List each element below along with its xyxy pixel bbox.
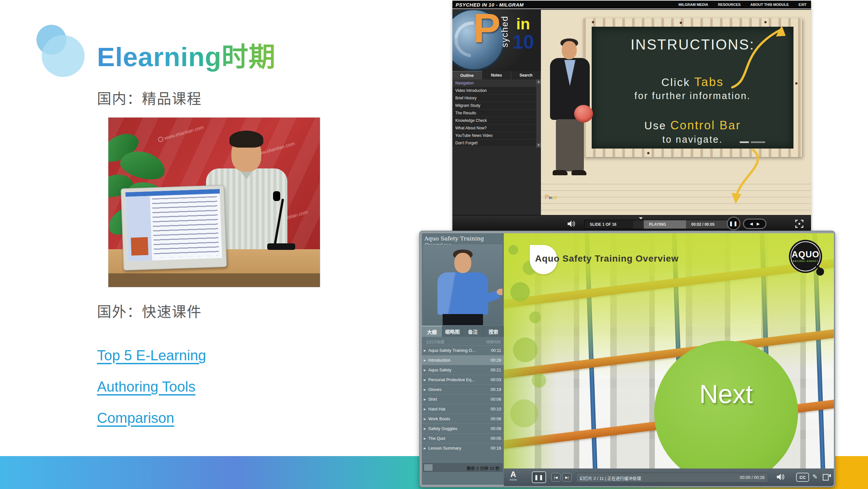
tab-notes-cn[interactable]: 备注 <box>463 326 483 337</box>
lecture-photo: www.etiantian.com www.etiantian.com www.… <box>108 117 320 287</box>
board-line-use-control-bar: Use Control Bar <box>592 119 794 132</box>
section-foreign-label: 国外：快速课件 <box>97 300 202 321</box>
menu-item-exit[interactable]: EXIT <box>799 3 806 6</box>
outline-item-video-introduction[interactable]: Video Introduction <box>453 87 536 94</box>
play-marker-icon: ▶ <box>424 414 426 424</box>
list-item[interactable]: ▶Safety Goggles00:08 <box>422 424 504 433</box>
psyched-outline-list: Navigation Video Introduction Brief Hist… <box>453 80 536 147</box>
play-marker-icon: ▶ <box>424 395 426 404</box>
pencil-icon[interactable]: ✎ <box>812 473 817 481</box>
list-item-current[interactable]: ▶Introduction00:28 <box>422 355 504 365</box>
outline-item-milgram-study[interactable]: Milgram Study <box>453 102 536 110</box>
play-marker-icon: ▶ <box>424 375 426 385</box>
playback-time: 00:02 / 00:05 <box>686 220 728 229</box>
list-item[interactable]: ▶Aquo Safety Training O...00:11 <box>422 345 504 355</box>
pause-button[interactable]: ❚❚ <box>532 471 546 483</box>
list-item[interactable]: ▶The Quiz00:05 <box>422 433 504 443</box>
psyched-stage: INSTRUCTIONS: Click Tabs for further inf… <box>541 10 811 215</box>
list-item[interactable]: ▶Personal Protective Eq...00:03 <box>422 375 504 384</box>
playback-status: PLAYING <box>644 220 686 229</box>
psyched-menu: MILGRAM MEDIA RESOURCES ABOUT THIS MODUL… <box>679 3 811 6</box>
link-comparison[interactable]: Comparison <box>97 410 174 426</box>
adobe-brand-label: Adobe <box>508 478 519 481</box>
pause-button[interactable]: ❚❚ <box>727 217 740 230</box>
remaining-time-label: 剩余 2 分钟 13 秒 <box>467 465 500 471</box>
tab-search-cn[interactable]: 搜索 <box>483 326 504 337</box>
list-item[interactable]: ▶Gloves00:19 <box>422 384 504 394</box>
outline-item-youtube-news-video[interactable]: YouTube News Video <box>453 132 536 139</box>
aquo-brand-logo: AQUO NATURAL ENERGY <box>789 240 822 273</box>
scroll-up-icon[interactable]: ▲ <box>536 80 541 84</box>
list-item[interactable]: ▶Work Boots00:08 <box>422 414 504 424</box>
outline-item-brief-history[interactable]: Brief History <box>453 94 536 102</box>
aquo-main-stage: Aquo Safety Training Overview AQUO NATUR… <box>504 233 834 468</box>
microphone-icon <box>273 191 280 201</box>
menu-item-about-module[interactable]: ABOUT THIS MODULE <box>750 3 789 6</box>
outline-item-knowledge-check[interactable]: Knowledge Check <box>453 117 536 124</box>
outline-scrollbar[interactable]: ▲ ▼ <box>536 80 541 148</box>
tabs-word: Tabs <box>694 75 724 89</box>
column-duration: 持续时间 <box>486 339 501 344</box>
instructor-figure <box>543 41 598 191</box>
list-item[interactable]: ▶Shirt00:08 <box>422 394 504 404</box>
tab-outline[interactable]: Outline <box>453 71 482 80</box>
previous-icon[interactable]: ◀ <box>750 222 753 226</box>
chalkboard: INSTRUCTIONS: Click Tabs for further inf… <box>592 27 794 149</box>
next-slide-button[interactable]: ▶| <box>562 473 571 482</box>
psyched-logo-p: P <box>473 10 501 52</box>
tab-notes[interactable]: Notes <box>482 71 512 80</box>
outline-item-the-results[interactable]: The Results <box>453 110 536 117</box>
tab-outline-cn[interactable]: 大纲 <box>422 326 442 337</box>
aquo-sidebar: Aquo Safety Training Overview 大纲 缩略图 备注 … <box>422 233 504 485</box>
menu-item-milgram-media[interactable]: MILGRAM MEDIA <box>679 3 708 6</box>
list-item[interactable]: ▶Hard Hat00:10 <box>422 404 504 414</box>
deco-circle-large <box>42 35 85 77</box>
outline-item-what-about-now[interactable]: What About Now? <box>453 124 536 132</box>
playback-info-bar: SLIDE 1 OF 16 PLAYING 00:02 / 00:05 <box>584 220 729 229</box>
tab-search[interactable]: Search <box>511 71 541 80</box>
aquo-slide-list: ▶Aquo Safety Training O...00:11 ▶Introdu… <box>422 345 504 453</box>
previous-slide-button[interactable]: |◀ <box>551 473 560 482</box>
play-marker-icon: ▶ <box>424 346 426 355</box>
aquo-logo-text: AQUO <box>789 250 822 260</box>
menu-item-resources[interactable]: RESOURCES <box>718 3 741 6</box>
list-item[interactable]: ▶Lesson Summary00:16 <box>422 443 504 453</box>
remaining-time-bar: 剩余 2 分钟 13 秒 <box>423 463 502 472</box>
list-item[interactable]: ▶Aquo Safety00:21 <box>422 365 504 375</box>
page-title: Elearning时期 <box>97 35 276 74</box>
monitor-screen <box>125 189 222 261</box>
psyched-title: PSYCHED IN 10 - MILGRAM <box>453 2 524 7</box>
tab-thumbnails-cn[interactable]: 缩略图 <box>442 326 463 337</box>
outline-item-dont-forget[interactable]: Don't Forget! <box>453 139 536 147</box>
link-top5-elearning[interactable]: Top 5 E-Learning <box>97 347 206 364</box>
fullscreen-icon[interactable] <box>795 219 804 228</box>
slide-status-label: 幻灯片 2 / 11 | 正在进行缓冲处理 <box>580 475 641 481</box>
play-marker-icon: ▶ <box>424 443 426 453</box>
aquo-logo-subtext: NATURAL ENERGY <box>789 260 822 262</box>
remaining-progress-fill <box>424 464 433 471</box>
presenter-video <box>423 244 502 325</box>
speaker-icon[interactable] <box>776 473 785 481</box>
play-marker-icon: ▶ <box>424 434 426 443</box>
outline-item-navigation[interactable]: Navigation <box>453 80 536 87</box>
psyched-logo: P syched in 10 <box>453 10 541 71</box>
speaker-icon[interactable] <box>567 220 576 228</box>
prev-next-buttons[interactable]: ◀ ▶ <box>743 219 767 229</box>
desk-edge <box>108 273 320 287</box>
aquo-player-window: Aquo Safety Training Overview 大纲 缩略图 备注 … <box>419 231 835 487</box>
brain-model <box>574 105 593 122</box>
closed-captions-button[interactable]: CC <box>796 473 809 482</box>
playback-status-track[interactable]: 幻灯片 2 / 11 | 正在进行缓冲处理 00:00 / 00:28 <box>576 473 768 483</box>
section-domestic-label: 国内：精品课程 <box>97 87 202 108</box>
control-bar-word: Control Bar <box>671 119 741 132</box>
play-marker-icon: ▶ <box>424 365 426 375</box>
layout-toggle-icon[interactable] <box>823 474 831 481</box>
next-icon[interactable]: ▶ <box>757 222 760 226</box>
link-authoring-tools[interactable]: Authoring Tools <box>97 379 195 395</box>
info-divider[interactable] <box>633 220 644 229</box>
slide-counter: SLIDE 1 OF 16 <box>585 220 633 229</box>
list-column-headers: 幻灯片标题 持续时间 <box>422 337 504 345</box>
psyched-watermark: Pin10 <box>545 194 557 201</box>
psyched-logo-syched: syched <box>500 16 510 48</box>
scroll-down-icon[interactable]: ▼ <box>536 143 541 148</box>
